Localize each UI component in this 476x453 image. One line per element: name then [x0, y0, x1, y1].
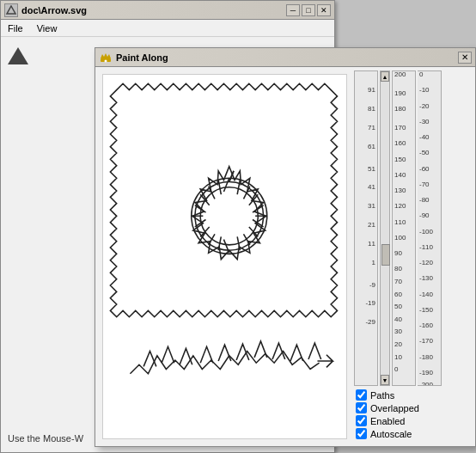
bg-titlebar-buttons: ─ □ ✕ [286, 4, 331, 16]
bg-window-title: doc\Arrow.svg [21, 5, 283, 15]
enabled-checkbox[interactable] [356, 415, 367, 426]
ruler-tick: -80 [418, 197, 430, 204]
autoscale-checkbox-label: Autoscale [370, 429, 412, 439]
scrollbar-track[interactable]: ▲ ▼ [380, 70, 390, 386]
ruler-tick: -10 [418, 87, 430, 94]
ruler-tick: -190 [418, 370, 433, 376]
ruler-tick: 20 [393, 341, 402, 348]
paths-checkbox-label: Paths [370, 390, 394, 401]
ruler-tick: -30 [418, 119, 430, 125]
arrow-icon [8, 47, 28, 64]
ruler-tick: 140 [393, 172, 406, 179]
overlapped-checkbox-label: Overlapped [370, 403, 419, 413]
paint-window: Paint Along ✕ [95, 47, 476, 447]
ruler-tick: -110 [418, 244, 433, 251]
ruler-tick: 11 [368, 241, 377, 248]
ruler-tick: 0 [418, 71, 423, 78]
ruler-tick: -160 [418, 322, 433, 329]
menu-view[interactable]: View [34, 21, 61, 35]
paths-checkbox[interactable] [356, 389, 367, 401]
checkboxes-area: PathsOverlappedEnabledAutoscale [354, 386, 472, 443]
ruler-tick: 51 [368, 166, 377, 173]
ruler-tick: -100 [418, 229, 433, 236]
svg-marker-0 [7, 6, 15, 14]
ruler-scroll-area: 9181716151413121111-9-19-29 ▲ ▼ 20019018… [354, 70, 472, 386]
close-button[interactable]: ✕ [317, 4, 331, 16]
scroll-up-button[interactable]: ▲ [381, 71, 389, 82]
svg-point-8 [200, 187, 258, 245]
ruler-tick: -130 [418, 275, 433, 282]
ruler-tick: -70 [418, 181, 430, 188]
checkbox-row-2: Enabled [356, 415, 470, 426]
ruler-tick: -40 [418, 134, 430, 141]
status-text: Use the Mouse-W [8, 433, 83, 444]
ruler-tick: 81 [368, 106, 377, 113]
ruler-tick: 180 [393, 106, 406, 113]
maximize-button[interactable]: □ [302, 4, 315, 16]
paint-body: 9181716151413121111-9-19-29 ▲ ▼ 20019018… [95, 67, 475, 446]
ruler-tick: 160 [393, 140, 406, 147]
canvas-area [102, 74, 347, 439]
paint-window-icon [99, 51, 113, 64]
ruler-tick: -19 [365, 300, 377, 307]
bg-window-icon [4, 3, 18, 17]
checkbox-row-1: Overlapped [356, 402, 470, 413]
left-ruler-container: 9181716151413121111-9-19-29 [355, 71, 377, 385]
ruler-tick: 150 [393, 156, 406, 163]
checkbox-row-3: Autoscale [356, 428, 470, 439]
ruler-tick: 90 [393, 250, 402, 257]
overlapped-checkbox[interactable] [356, 402, 367, 413]
ruler-tick: -29 [365, 319, 377, 326]
ruler-tick: -140 [418, 291, 433, 298]
ruler-tick: -200 [418, 382, 433, 386]
ruler-tick: 170 [393, 125, 406, 132]
right-panel: 9181716151413121111-9-19-29 ▲ ▼ 20019018… [354, 67, 475, 446]
right-ruler-container: 2001901801701601501401301201101009080706… [393, 71, 415, 385]
ruler-tick: -170 [418, 338, 433, 345]
scroll-down-button[interactable]: ▼ [381, 375, 389, 385]
ruler-tick: 190 [393, 90, 406, 97]
ruler-tick: -20 [418, 103, 430, 110]
ruler-tick: -60 [418, 166, 430, 173]
ruler-tick: 40 [393, 316, 402, 323]
paint-titlebar: Paint Along ✕ [95, 48, 475, 67]
autoscale-checkbox[interactable] [356, 428, 367, 439]
scrollbar-thumb[interactable] [381, 244, 390, 266]
svg-point-3 [105, 59, 107, 62]
paint-window-title: Paint Along [116, 52, 455, 63]
ruler-tick: -90 [418, 212, 430, 219]
svg-point-5 [195, 182, 264, 251]
ruler-tick: 130 [393, 187, 406, 194]
left-ruler: 9181716151413121111-9-19-29 [354, 70, 378, 386]
ruler-tick: 91 [368, 87, 377, 94]
ruler-tick: 31 [368, 203, 377, 210]
ruler-tick: 80 [393, 266, 402, 272]
ruler-tick: 41 [368, 184, 377, 191]
right-ruler: 2001901801701601501401301201101009080706… [392, 70, 416, 386]
ruler-tick: 110 [393, 219, 406, 226]
ruler-tick: 0 [393, 366, 398, 373]
ruler-tick: -180 [418, 354, 433, 361]
ruler-tick: 71 [368, 125, 377, 132]
minimize-button[interactable]: ─ [286, 4, 300, 16]
ruler-tick: 100 [393, 235, 406, 242]
ruler-tick: -120 [418, 260, 433, 266]
ruler-tick: 120 [393, 203, 406, 210]
paint-close-button[interactable]: ✕ [458, 52, 472, 64]
bg-menubar: File View [1, 20, 334, 37]
ruler-tick: 21 [368, 222, 377, 229]
svg-marker-2 [101, 53, 111, 58]
ruler-tick: -9 [369, 282, 377, 289]
ruler-tick: 200 [393, 71, 406, 78]
ruler-tick: 30 [393, 328, 402, 335]
ruler-tick: 60 [393, 291, 402, 298]
canvas-svg [103, 75, 346, 438]
menu-file[interactable]: File [4, 21, 27, 35]
right-ruler-2-container: 0-10-20-30-40-50-60-70-80-90-100-110-120… [418, 71, 441, 385]
bg-titlebar: doc\Arrow.svg ─ □ ✕ [1, 1, 334, 20]
ruler-tick: 70 [393, 279, 402, 285]
checkbox-row-0: Paths [356, 389, 470, 401]
ruler-tick: 61 [368, 144, 377, 150]
ruler-tick: 50 [393, 303, 402, 310]
enabled-checkbox-label: Enabled [370, 416, 405, 426]
